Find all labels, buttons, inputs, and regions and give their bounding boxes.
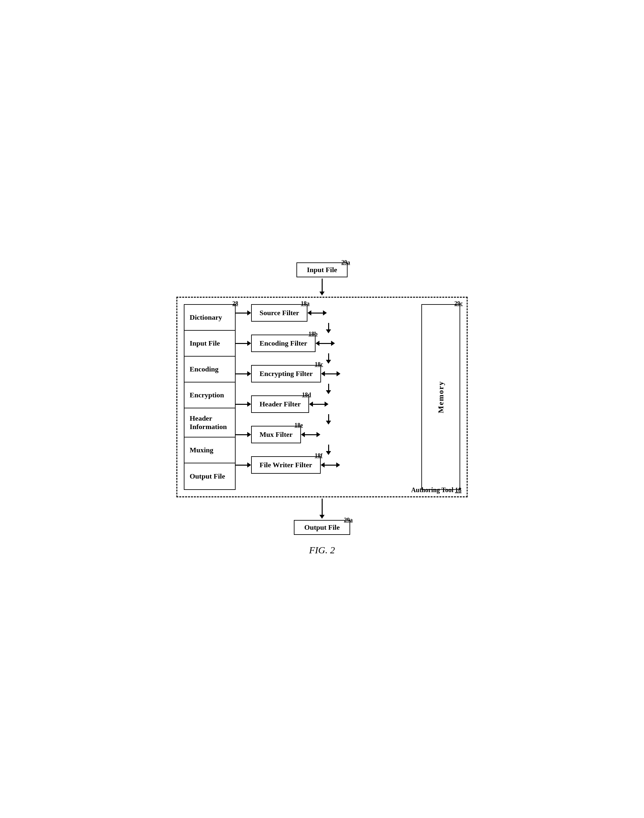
arrow-to-header xyxy=(326,383,331,395)
bottom-down-arrow xyxy=(319,497,325,520)
dashed-interior: 28 Dictionary Input File Encoding Encryp… xyxy=(184,304,460,490)
bottom-output-label: Output File xyxy=(304,523,339,531)
mux-filter-box: Mux Filter 18e xyxy=(251,426,301,443)
source-filter-box: Source Filter 18a xyxy=(251,304,307,322)
file-writer-filter-row: File Writer Filter 18f xyxy=(236,456,421,474)
top-input-label: Input File xyxy=(307,266,337,274)
file-writer-filter-box: File Writer Filter 18f xyxy=(251,456,321,474)
left-panel-item-input-file: Input File xyxy=(184,331,235,357)
mux-filter-left-arrow xyxy=(236,432,251,437)
main-dashed-box: Authoring Tool 18 28 Dictionary Input Fi… xyxy=(176,297,468,497)
left-panel-item-output-file: Output File xyxy=(184,463,235,489)
top-input-box: Input File 29a xyxy=(296,262,348,277)
encrypting-filter-right-arrow xyxy=(321,371,340,376)
left-panel-ref: 28 xyxy=(232,300,238,307)
top-down-arrow xyxy=(319,277,325,297)
mux-filter-right-arrow xyxy=(301,432,320,437)
header-filter-box: Header Filter 18d xyxy=(251,395,309,413)
source-filter-ref: 18a xyxy=(301,300,310,307)
header-filter-row: Header Filter 18d xyxy=(236,395,421,413)
arrow-to-encoding xyxy=(326,322,331,335)
mux-filter-ref: 18e xyxy=(294,422,303,429)
file-writer-filter-ref: 18f xyxy=(315,452,323,459)
header-filter-right-arrow xyxy=(309,401,328,407)
right-panel-ref: 29c xyxy=(454,300,463,307)
filter-column: Source Filter 18a xyxy=(236,304,421,490)
encoding-filter-ref: 18b xyxy=(308,331,317,337)
memory-label: Memory xyxy=(437,381,445,413)
left-panel-item-header-info: Header Information xyxy=(184,408,235,438)
left-panel-item-dictionary: Dictionary xyxy=(184,305,235,331)
right-panel: 29c Memory xyxy=(421,304,460,490)
encrypting-filter-box: Encrypting Filter 18c xyxy=(251,365,321,383)
source-filter-row: Source Filter 18a xyxy=(236,304,421,322)
header-filter-left-arrow xyxy=(236,401,251,407)
header-filter-ref: 18d xyxy=(302,392,311,398)
file-writer-filter-left-arrow xyxy=(236,463,251,467)
file-writer-filter-right-arrow xyxy=(321,463,340,467)
source-filter-right-arrow xyxy=(307,310,327,316)
encoding-filter-right-arrow xyxy=(316,341,335,346)
encoding-filter-left-arrow xyxy=(236,341,251,346)
encrypting-filter-row: Encrypting Filter 18c xyxy=(236,365,421,383)
left-panel-item-encryption: Encryption xyxy=(184,383,235,408)
diagram-container: Input File 29a Authoring Tool 18 28 Dict… xyxy=(176,262,468,556)
arrow-to-mux xyxy=(326,413,331,426)
encoding-filter-row: Encoding Filter 18b xyxy=(236,335,421,352)
source-filter-left-arrow xyxy=(236,310,251,316)
left-panel-item-encoding: Encoding xyxy=(184,357,235,383)
left-panel: 28 Dictionary Input File Encoding Encryp… xyxy=(184,304,236,490)
arrow-to-file-writer xyxy=(326,443,331,456)
top-input-ref: 29a xyxy=(341,259,350,266)
figure-label: FIG. 2 xyxy=(309,545,335,556)
encrypting-filter-left-arrow xyxy=(236,371,251,376)
arrow-to-encrypting xyxy=(326,352,331,365)
encrypting-filter-ref: 18c xyxy=(314,361,323,368)
encoding-filter-box: Encoding Filter 18b xyxy=(251,335,316,352)
bottom-output-box: Output File 29a xyxy=(294,520,350,535)
bottom-output-ref: 29a xyxy=(344,517,353,524)
mux-filter-row: Mux Filter 18e xyxy=(236,426,421,443)
left-panel-item-muxing: Muxing xyxy=(184,438,235,463)
